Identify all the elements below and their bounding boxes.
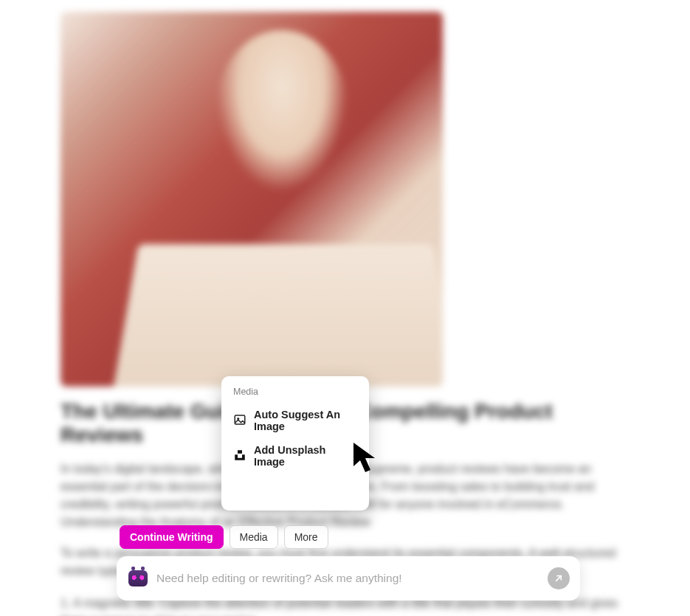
button-label: Continue Writing [130,531,213,543]
media-popup-label: Media [221,387,369,403]
assistant-avatar-icon [128,570,148,586]
arrow-up-right-icon [553,572,565,584]
menu-item-add-unsplash-image[interactable]: Add Unsplash Image [221,438,369,474]
media-popup: Media Auto Suggest An Image Add Unsplash… [221,376,369,511]
editor-toolbar: Continue Writing Media More [120,525,328,549]
menu-item-label: Auto Suggest An Image [254,409,357,432]
chat-input[interactable] [156,572,539,585]
hero-image [61,12,443,387]
media-button[interactable]: Media [230,525,278,549]
chat-bar [117,556,580,601]
more-button[interactable]: More [284,525,328,549]
continue-writing-button[interactable]: Continue Writing [120,525,224,549]
send-button[interactable] [548,567,570,589]
button-label: Media [240,531,268,543]
menu-item-auto-suggest-image[interactable]: Auto Suggest An Image [221,403,369,438]
menu-item-label: Add Unsplash Image [254,444,357,468]
button-label: More [294,531,318,543]
svg-rect-0 [235,415,245,424]
image-icon [233,413,246,429]
svg-rect-2 [238,450,242,454]
unsplash-icon [233,449,246,464]
